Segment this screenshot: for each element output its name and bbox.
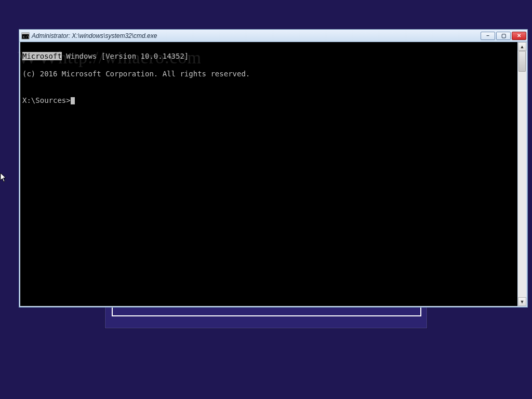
close-icon: ✕ [517, 33, 521, 38]
console-highlight: Microsoft [22, 52, 62, 60]
window-buttons: – ▢ ✕ [481, 32, 526, 40]
scroll-up-button[interactable]: ▲ [518, 42, 526, 51]
vertical-scrollbar[interactable]: ▲ ▼ [517, 42, 526, 306]
titlebar[interactable]: c:\ Administrator: X:\windows\system32\c… [19, 30, 527, 42]
cmd-window: c:\ Administrator: X:\windows\system32\c… [19, 29, 528, 308]
scrollbar-track[interactable] [518, 51, 526, 297]
maximize-icon: ▢ [501, 33, 506, 38]
svg-text:c:\: c:\ [23, 35, 30, 39]
chevron-up-icon: ▲ [520, 44, 525, 49]
console-cursor [71, 97, 75, 104]
console-line-prompt: X:\Sources> [22, 96, 515, 105]
scroll-down-button[interactable]: ▼ [518, 297, 526, 306]
console-version-rest: Windows [Version 10.0.14352] [62, 52, 189, 60]
minimize-icon: – [486, 33, 489, 38]
minimize-button[interactable]: – [481, 32, 495, 40]
mouse-cursor-icon [0, 172, 7, 183]
chevron-down-icon: ▼ [520, 299, 525, 304]
console-prompt: X:\Sources> [22, 96, 71, 104]
console-client-area: Microsoft Windows [Version 10.0.14352] (… [19, 42, 527, 307]
console-line-version: Microsoft Windows [Version 10.0.14352] [22, 52, 515, 61]
maximize-button[interactable]: ▢ [496, 32, 511, 40]
scrollbar-thumb[interactable] [518, 51, 526, 72]
svg-rect-1 [22, 33, 29, 34]
window-title: Administrator: X:\windows\system32\cmd.e… [32, 32, 157, 39]
cmd-app-icon: c:\ [21, 32, 30, 40]
console-line-copyright: (c) 2016 Microsoft Corporation. All righ… [22, 70, 515, 78]
console-output[interactable]: Microsoft Windows [Version 10.0.14352] (… [20, 42, 517, 306]
close-button[interactable]: ✕ [512, 32, 526, 40]
